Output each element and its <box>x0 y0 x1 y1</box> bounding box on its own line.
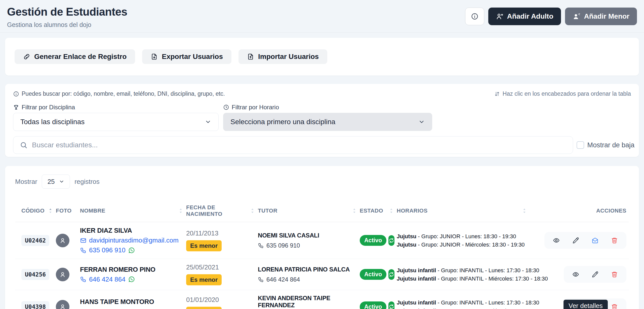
eye-icon <box>553 237 560 244</box>
sort-hint: Haz clic en los encabezados para ordenar… <box>494 90 631 97</box>
student-phone[interactable]: 635 096 910 <box>80 246 184 254</box>
sort-arrows-icon <box>494 91 500 97</box>
list-controls: Mostrar 25 registros <box>15 175 629 189</box>
view-details-button[interactable] <box>572 271 579 278</box>
delete-button[interactable] <box>611 303 618 309</box>
student-phone[interactable]: 698 66 41 59 <box>80 308 184 309</box>
student-photo-cell <box>56 295 80 309</box>
person-icon <box>59 237 66 244</box>
student-code-cell: U04256 <box>15 264 56 285</box>
table-row: U02462 IKER DIAZ SILVA davidpinturasdimo… <box>15 222 629 259</box>
trash-icon <box>611 271 618 278</box>
student-email[interactable]: davidpinturasdimo@gmail.com <box>80 236 184 244</box>
actions-cell <box>564 261 629 287</box>
column-header-fecha-de-nacimiento[interactable]: FECHA DE NACIMIENTO <box>186 204 258 217</box>
column-header-nombre[interactable]: NOMBRE <box>80 208 186 214</box>
add-minor-label: Añadir Menor <box>584 12 629 20</box>
student-phone-text: 635 096 910 <box>89 246 126 254</box>
search-box <box>13 136 573 154</box>
status-badge: Activo <box>360 269 386 280</box>
sync-icon <box>388 304 394 309</box>
delete-button[interactable] <box>611 237 618 244</box>
student-name: IKER DIAZ SILVA <box>80 227 184 234</box>
person-icon <box>59 271 66 278</box>
generate-registration-link-button[interactable]: Generar Enlace de Registro <box>15 49 135 64</box>
whatsapp-icon[interactable] <box>130 308 137 309</box>
tutor-name: LORENA PATRICIA PINO SALCA <box>258 266 357 273</box>
phone-icon <box>80 276 87 283</box>
table-header-row: CÓDIGOFOTONOMBREFECHA DE NACIMIENTOTUTOR… <box>15 200 629 222</box>
column-header-horarios[interactable]: HORARIOS <box>397 208 530 214</box>
trash-icon <box>611 303 618 309</box>
page-title: Gestión de Estudiantes <box>7 6 127 18</box>
add-adult-button[interactable]: Añadir Adulto <box>488 8 561 25</box>
minor-badge: Es menor <box>186 240 222 251</box>
schedule-line: Jujutsu - Grupo: JUNIOR - Lunes: 18:30 -… <box>397 232 527 241</box>
person-icon <box>59 303 66 309</box>
search-hint-text: Puedes buscar por: código, nombre, email… <box>22 90 225 97</box>
row-actions <box>564 266 626 283</box>
pencil-icon <box>592 271 598 278</box>
toolbar-card: Generar Enlace de Registro Exportar Usua… <box>5 38 639 76</box>
edit-button[interactable] <box>572 237 579 244</box>
tutor-phone: 646 424 864 <box>258 276 357 283</box>
search-row: Mostrar de baja <box>13 136 631 154</box>
schedule-list: Jujutsu - Grupo: JUNIOR - Lunes: 18:30 -… <box>397 232 527 249</box>
search-input[interactable] <box>32 141 566 149</box>
discipline-select-value: Todas las disciplinas <box>20 118 85 126</box>
import-users-label: Importar Usuarios <box>258 53 319 61</box>
toggle-status-button[interactable] <box>388 269 394 280</box>
add-minor-button[interactable]: Añadir Menor <box>565 8 637 25</box>
pencil-icon <box>572 237 579 244</box>
eye-icon <box>572 271 579 278</box>
import-users-button[interactable]: Importar Usuarios <box>238 49 327 64</box>
show-inactive-checkbox[interactable] <box>577 141 584 149</box>
view-details-button[interactable] <box>553 237 560 244</box>
whatsapp-icon[interactable] <box>128 276 135 283</box>
export-users-button[interactable]: Exportar Usuarios <box>142 49 231 64</box>
sort-arrows-icon <box>389 208 393 214</box>
minor-badge: Es menor <box>186 307 222 309</box>
toggle-status-button[interactable] <box>388 301 394 309</box>
sort-arrows-icon <box>251 208 254 214</box>
page-size-select[interactable]: 25 <box>42 175 70 189</box>
whatsapp-icon[interactable] <box>128 247 135 254</box>
discipline-select[interactable]: Todas las disciplinas <box>13 113 219 131</box>
student-name-cell: HANS TAIPE MONTORO 698 66 41 59 <box>80 293 186 309</box>
student-phone-text: 698 66 41 59 <box>89 308 127 309</box>
student-email-text: davidpinturasdimo@gmail.com <box>89 236 179 244</box>
users-icon <box>573 12 581 20</box>
student-phone[interactable]: 646 424 864 <box>80 276 184 283</box>
column-header-c-digo[interactable]: CÓDIGO <box>15 208 56 214</box>
toggle-status-button[interactable] <box>388 235 394 246</box>
student-code-cell: U04398 <box>15 297 56 309</box>
schedules-cell: Jujutsu infantil - Grupo: INFANTIL - Lun… <box>397 262 530 287</box>
delete-button[interactable] <box>611 271 618 278</box>
tutor-phone: 635 096 910 <box>258 242 357 249</box>
column-header-estado[interactable]: ESTADO <box>360 208 397 214</box>
chevron-down-icon <box>205 119 211 125</box>
student-name: HANS TAIPE MONTORO <box>80 298 184 306</box>
info-icon <box>471 13 478 20</box>
birth-date-cell: 01/01/2020 Es menor <box>186 291 258 309</box>
schedule-select[interactable]: Selecciona primero una disciplina <box>223 113 432 131</box>
filter-labels: Filtrar por Disciplina Filtrar por Horar… <box>13 104 631 111</box>
schedule-list: Jujutsu infantil - Grupo: INFANTIL - Lun… <box>397 266 527 283</box>
column-header-tutor[interactable]: TUTOR <box>258 208 360 214</box>
show-inactive-group: Mostrar de baja <box>577 141 634 149</box>
sort-arrows-icon <box>179 208 183 214</box>
mail-icon <box>80 237 87 244</box>
show-label: Mostrar <box>15 178 37 186</box>
student-name-cell: FERRAN ROMERO PINO 646 424 864 <box>80 261 186 288</box>
status-cell: Activo <box>360 297 397 309</box>
phone-icon <box>80 247 87 254</box>
info-button[interactable] <box>465 8 484 25</box>
trash-icon <box>611 237 618 244</box>
send-email-button[interactable] <box>592 237 598 244</box>
edit-button[interactable] <box>592 271 598 278</box>
tutor-phone-text: 646 424 864 <box>266 276 300 283</box>
birth-date: 25/05/2021 <box>186 263 255 271</box>
schedule-line: Jujutsu - Grupo: JUNIOR - Miércoles: 18:… <box>397 241 527 249</box>
tooltip-text: Ver detalles <box>569 302 603 309</box>
export-users-label: Exportar Usuarios <box>162 53 223 61</box>
